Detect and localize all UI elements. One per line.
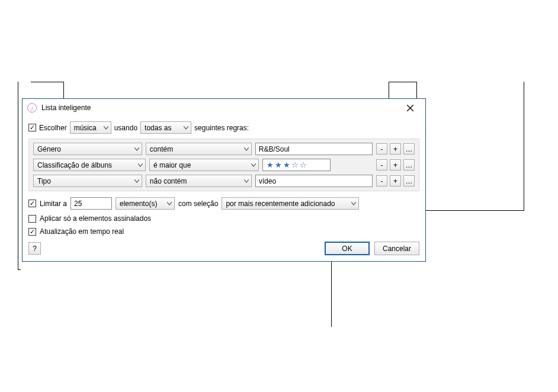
match-checkbox[interactable] [28,124,36,131]
add-rule-button[interactable]: + [390,159,401,171]
only-checked-row: Aplicar só a elementos assinalados [28,214,419,223]
dialog-title: Lista inteligente [41,104,398,112]
rule-field-value: Tipo [37,177,51,185]
rule-field-value: Classificação de álbuns [37,161,112,169]
add-rule-button[interactable]: + [390,143,401,155]
limit-selectedby-select[interactable]: por mais recentemente adicionado [222,197,359,210]
limit-unit-select[interactable]: elemento(s) [116,197,175,210]
rule-operator-select[interactable]: é maior que [149,159,259,171]
rule-operator-select[interactable]: contém [146,143,252,155]
live-update-checkbox[interactable] [28,228,36,236]
cancel-button[interactable]: Cancelar [374,242,419,255]
callout-line [31,82,64,82]
chevron-down-icon [134,179,139,183]
help-button[interactable]: ? [28,242,41,255]
callout-line [18,269,21,270]
rule-value-input[interactable] [255,175,373,187]
rule-button-group: - + … [376,159,415,171]
limit-unit-value: elemento(s) [120,200,157,208]
chevron-down-icon [251,163,256,167]
rule-field-select[interactable]: Género [33,143,142,155]
titlebar: ♪ Lista inteligente [23,99,425,117]
match-using-label: usando [114,124,137,132]
star-icon: ★ [267,160,274,169]
close-icon [407,105,413,111]
rule-field-value: Género [37,145,61,153]
limit-label: Limitar a [40,200,67,208]
app-icon: ♪ [27,103,37,113]
chevron-down-icon [244,147,249,151]
more-rule-button[interactable]: … [403,159,415,171]
dialog-body: Escolher música usando todas as seguinte… [23,117,425,261]
rule-operator-value: é maior que [153,161,191,169]
match-source-value: música [74,124,97,132]
dialog-footer: ? OK Cancelar [28,242,419,255]
chevron-down-icon [104,126,108,130]
limit-selectedby-label: com seleção [178,200,218,208]
smart-playlist-dialog: ♪ Lista inteligente Escolher música usan… [22,98,426,262]
rule-field-select[interactable]: Tipo [33,175,142,187]
rule-field-select[interactable]: Classificação de álbuns [33,159,146,171]
more-rule-button[interactable]: … [403,175,415,187]
match-scope-select[interactable]: todas as [140,121,191,134]
rule-button-group: - + … [376,175,415,187]
rule-operator-value: não contém [150,177,187,185]
chevron-down-icon [351,202,356,205]
match-source-select[interactable]: música [70,121,111,134]
chevron-down-icon [134,147,139,151]
rules-panel: Género contém - + … Classificação de álb… [28,139,419,191]
star-outline-icon: ☆ [291,160,299,169]
chevron-down-icon [184,126,188,130]
callout-line [18,82,18,270]
rule-row: Tipo não contém - + … [33,175,415,187]
limit-value-input[interactable] [70,197,112,210]
live-update-label: Atualização em tempo real [40,227,124,236]
star-outline-icon: ☆ [300,160,307,169]
limit-row: Limitar a elemento(s) com seleção por ma… [28,197,419,210]
only-checked-label: Aplicar só a elementos assinalados [40,214,151,223]
callout-line [389,82,417,82]
chevron-down-icon [167,202,172,205]
close-button[interactable] [398,99,422,116]
match-suffix-label: seguintes regras: [194,124,249,132]
limit-checkbox[interactable] [28,200,36,207]
match-row: Escolher música usando todas as seguinte… [28,121,419,134]
more-rule-button[interactable]: … [403,143,415,155]
chevron-down-icon [244,179,249,183]
live-update-row: Atualização em tempo real [28,227,419,236]
rule-row: Género contém - + … [33,143,415,155]
star-icon: ★ [275,160,282,169]
add-rule-button[interactable]: + [390,175,401,187]
rule-operator-select[interactable]: não contém [146,175,252,187]
match-choose-label: Escolher [39,124,67,132]
rule-operator-value: contém [150,145,173,153]
only-checked-checkbox[interactable] [28,215,36,223]
ok-button[interactable]: OK [325,242,370,255]
chevron-down-icon [138,163,143,167]
remove-rule-button[interactable]: - [376,175,387,187]
rule-value-input[interactable] [255,143,373,155]
remove-rule-button[interactable]: - [376,143,387,155]
rule-button-group: - + … [376,143,415,155]
callout-line [524,82,524,211]
rule-row: Classificação de álbuns é maior que ★ ★ … [33,159,415,171]
match-scope-value: todas as [145,124,171,132]
rule-star-rating[interactable]: ★ ★ ★ ☆ ☆ [262,159,331,171]
remove-rule-button[interactable]: - [376,159,387,171]
limit-selectedby-value: por mais recentemente adicionado [226,200,335,208]
star-icon: ★ [283,160,290,169]
